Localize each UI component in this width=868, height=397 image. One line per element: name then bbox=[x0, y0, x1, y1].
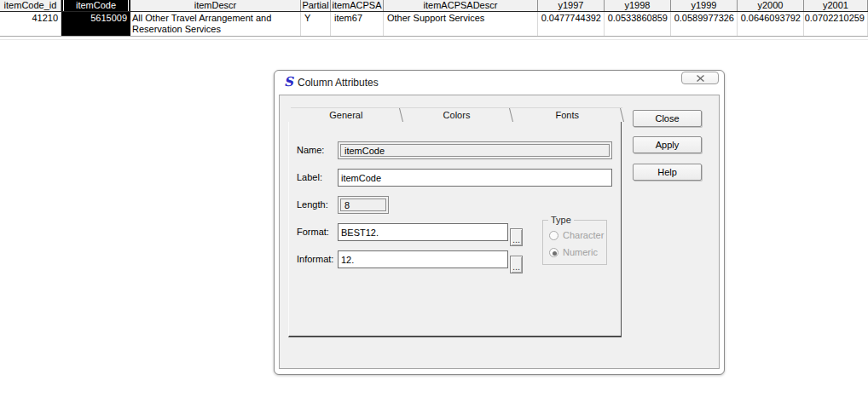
column-header-y2001[interactable]: y2001 bbox=[804, 0, 868, 11]
tab-fonts[interactable]: Fonts bbox=[512, 108, 622, 122]
radio-numeric: Numeric bbox=[549, 247, 598, 257]
cell-Partial[interactable]: Y bbox=[301, 12, 331, 36]
cell-y2000[interactable]: 0.0646093792 bbox=[738, 12, 804, 36]
column-header-y1999[interactable]: y1999 bbox=[671, 0, 738, 11]
apply-button[interactable]: Apply bbox=[633, 136, 702, 153]
radio-numeric-icon bbox=[549, 248, 558, 257]
label-field[interactable] bbox=[338, 169, 612, 187]
radio-numeric-label: Numeric bbox=[563, 247, 598, 257]
length-label: Length: bbox=[297, 196, 338, 214]
column-header-y1997[interactable]: y1997 bbox=[538, 0, 605, 11]
cell-y1997[interactable]: 0.0477744392 bbox=[538, 12, 605, 36]
help-button[interactable]: Help bbox=[633, 164, 702, 181]
length-field[interactable] bbox=[338, 196, 389, 214]
format-label: Format: bbox=[297, 223, 338, 241]
format-field[interactable] bbox=[338, 223, 508, 241]
format-browse-button[interactable]: ... bbox=[510, 228, 523, 246]
cell-itemDescr[interactable]: All Other Travel Arrangement and Reserva… bbox=[130, 12, 301, 36]
dialog-close-button[interactable] bbox=[681, 72, 719, 84]
cell-itemCode-selected[interactable]: 5615009 bbox=[61, 12, 130, 36]
informat-field[interactable] bbox=[338, 250, 508, 268]
tab-colors[interactable]: Colors bbox=[402, 108, 512, 122]
cell-itemACPSADescr[interactable]: Other Support Services bbox=[384, 12, 538, 36]
column-attributes-dialog: S Column Attributes General Colors Fonts bbox=[274, 70, 725, 375]
column-header-itemCode-selected[interactable]: itemCode bbox=[61, 0, 130, 11]
column-header-itemDescr[interactable]: itemDescr bbox=[130, 0, 301, 11]
radio-character: Character bbox=[549, 230, 604, 240]
tab-fonts-label: Fonts bbox=[555, 110, 579, 120]
dialog-client-area: General Colors Fonts Name: Label: Length… bbox=[279, 95, 720, 369]
dialog-titlebar[interactable]: S Column Attributes bbox=[275, 71, 724, 95]
column-header-y2000[interactable]: y2000 bbox=[738, 0, 804, 11]
tab-separator bbox=[620, 108, 624, 122]
close-button[interactable]: Close bbox=[633, 110, 702, 127]
column-header-y1998[interactable]: y1998 bbox=[605, 0, 671, 11]
cell-itemCode_id[interactable]: 41210 bbox=[0, 12, 61, 36]
type-group-label: Type bbox=[548, 215, 574, 225]
table-row: 41210 5615009 All Other Travel Arrangeme… bbox=[0, 12, 868, 37]
type-groupbox: Type Character Numeric bbox=[542, 220, 607, 265]
cell-y1998[interactable]: 0.0533860859 bbox=[605, 12, 671, 36]
informat-label: Informat: bbox=[297, 250, 338, 268]
name-field[interactable] bbox=[338, 141, 612, 159]
table-bottom-strip bbox=[0, 37, 868, 40]
label-label: Label: bbox=[297, 169, 338, 187]
cell-y2001[interactable]: 0.0702210259 bbox=[804, 12, 868, 36]
radio-selected-dot bbox=[553, 251, 557, 256]
dialog-title: Column Attributes bbox=[298, 77, 379, 89]
close-icon bbox=[697, 75, 704, 82]
column-header-itemACPSADescr[interactable]: itemACPSADescr bbox=[384, 0, 538, 11]
column-header-Partial[interactable]: Partial bbox=[301, 0, 331, 11]
table-header-row: itemCode_id itemCode itemDescr Partial i… bbox=[0, 0, 868, 12]
radio-character-icon bbox=[549, 231, 558, 240]
informat-browse-button[interactable]: ... bbox=[510, 256, 523, 273]
radio-character-label: Character bbox=[563, 230, 604, 240]
data-table: itemCode_id itemCode itemDescr Partial i… bbox=[0, 0, 868, 40]
column-header-itemCode_id[interactable]: itemCode_id bbox=[0, 0, 61, 11]
tab-general[interactable]: General bbox=[291, 108, 402, 122]
tab-general-label: General bbox=[329, 110, 362, 120]
cell-y1999[interactable]: 0.0589977326 bbox=[671, 12, 738, 36]
cell-itemACPSA[interactable]: item67 bbox=[331, 12, 384, 36]
column-header-itemACPSA[interactable]: itemACPSA bbox=[331, 0, 384, 11]
sas-logo-icon: S bbox=[284, 75, 295, 89]
tab-strip: General Colors Fonts bbox=[291, 107, 622, 122]
tab-colors-label: Colors bbox=[443, 110, 471, 120]
name-label: Name: bbox=[297, 141, 338, 159]
